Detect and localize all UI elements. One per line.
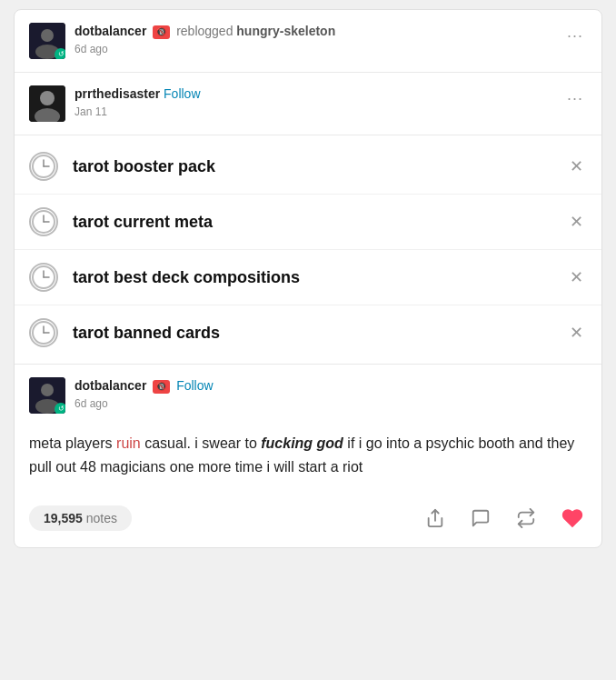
clock-icon-0 — [29, 152, 58, 181]
post-card: dotbalancer 🔞 reblogged hungry-skeleton … — [14, 9, 602, 548]
username-2: prrthedisaster — [75, 86, 160, 101]
heart-icon — [561, 507, 583, 529]
avatar-dotbalancer-1 — [29, 23, 65, 59]
reblog-button[interactable] — [512, 505, 540, 532]
share-icon — [425, 508, 445, 528]
comment-button[interactable] — [467, 505, 494, 532]
search-item-1[interactable]: tarot current meta ✕ — [15, 195, 601, 250]
post-body-container: meta players ruin casual. i swear to fuc… — [15, 417, 601, 493]
reblog-badge-3 — [55, 403, 65, 414]
post-header-2: prrthedisaster Follow Jan 11 ··· — [15, 73, 601, 135]
close-button-1[interactable]: ✕ — [566, 208, 587, 235]
ruin-word: ruin — [116, 435, 141, 451]
svg-point-4 — [40, 91, 55, 105]
body-after: casual. i swear to — [141, 435, 262, 451]
timestamp-1: 6d ago — [75, 43, 563, 55]
reblogged-source-1: hungry-skeleton — [236, 24, 335, 38]
timestamp-2: Jan 11 — [75, 105, 563, 118]
reblog-icon-footer — [516, 508, 536, 528]
search-text-2: tarot best deck compositions — [73, 268, 566, 287]
body-before: meta players — [29, 435, 116, 451]
nsfw-badge-1: 🔞 — [153, 25, 170, 39]
search-text-1: tarot current meta — [73, 213, 566, 232]
username-line-2: prrthedisaster Follow — [75, 85, 563, 104]
post-meta-2: prrthedisaster Follow Jan 11 — [75, 85, 563, 118]
post-header-3: dotbalancer 🔞 Follow 6d ago — [15, 365, 601, 417]
follow-button-1[interactable]: Follow — [164, 86, 200, 101]
search-item-3[interactable]: tarot banned cards ✕ — [15, 305, 601, 360]
username-3: dotbalancer — [75, 378, 146, 393]
close-button-0[interactable]: ✕ — [566, 153, 587, 180]
notes-count[interactable]: 19,595 notes — [29, 505, 132, 531]
follow-button-3[interactable]: Follow — [176, 378, 213, 393]
avatar-prrthedisaster — [29, 85, 65, 122]
svg-point-19 — [41, 384, 54, 396]
reblog-badge — [55, 48, 65, 59]
more-button-2[interactable]: ··· — [563, 85, 587, 112]
post-footer: 19,595 notes — [15, 493, 601, 547]
close-button-3[interactable]: ✕ — [566, 319, 587, 346]
more-button-1[interactable]: ··· — [563, 23, 587, 49]
notes-label: notes — [86, 511, 117, 525]
search-history-list: tarot booster pack ✕ tarot current meta … — [15, 135, 601, 365]
reblogged-text-1: reblogged — [176, 24, 233, 38]
post-body-text: meta players ruin casual. i swear to fuc… — [29, 432, 587, 478]
clock-icon-2 — [29, 263, 58, 292]
username-line-1: dotbalancer 🔞 reblogged hungry-skeleton — [75, 23, 563, 41]
search-item-0[interactable]: tarot booster pack ✕ — [15, 139, 601, 195]
comment-icon — [471, 508, 491, 528]
clock-icon-3 — [29, 318, 58, 347]
post-meta-1: dotbalancer 🔞 reblogged hungry-skeleton … — [75, 23, 563, 55]
share-button[interactable] — [422, 505, 449, 532]
avatar-dotbalancer-3 — [29, 377, 65, 414]
search-text-3: tarot banned cards — [73, 324, 566, 343]
notes-number: 19,595 — [44, 511, 83, 525]
post-meta-3: dotbalancer 🔞 Follow 6d ago — [75, 377, 587, 410]
action-icons — [422, 504, 587, 533]
close-button-2[interactable]: ✕ — [566, 264, 587, 291]
reblog-header: dotbalancer 🔞 reblogged hungry-skeleton … — [15, 10, 601, 73]
search-text-0: tarot booster pack — [73, 157, 566, 176]
clock-icon-1 — [29, 207, 58, 236]
like-button[interactable] — [558, 504, 587, 533]
search-item-2[interactable]: tarot best deck compositions ✕ — [15, 250, 601, 305]
username-1: dotbalancer — [75, 24, 146, 38]
bold-italic-text: fucking god — [261, 435, 343, 451]
timestamp-3: 6d ago — [75, 397, 587, 410]
svg-point-1 — [41, 29, 54, 42]
username-line-3: dotbalancer 🔞 Follow — [75, 377, 587, 395]
nsfw-badge-3: 🔞 — [153, 380, 170, 394]
